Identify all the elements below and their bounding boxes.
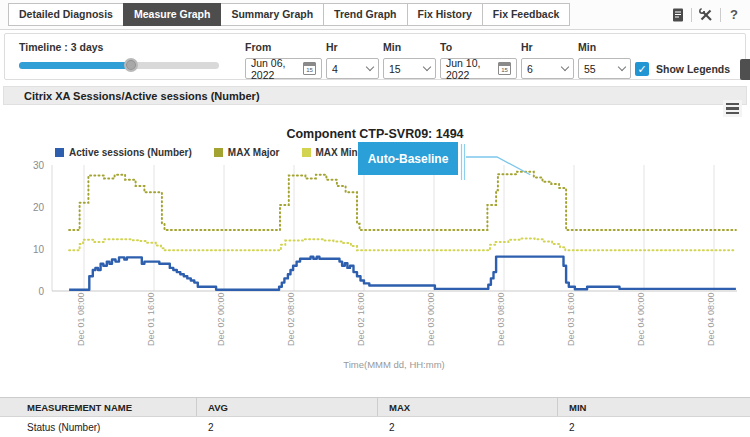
to-hr-label: Hr [521, 41, 574, 53]
section-title: Citrix XA Sessions/Active sessions (Numb… [4, 90, 260, 102]
chevron-down-icon [366, 63, 374, 71]
x-tick-label: Dec 02 16:00 [356, 292, 366, 346]
table-cell: 2 [197, 422, 378, 433]
x-tick-label: Dec 02 08:00 [286, 292, 296, 346]
from-date-value: Jun 06, 2022 [251, 57, 303, 81]
y-tick-label: 30 [33, 160, 45, 171]
chart-title: Component CTP-SVR09: 1494 [0, 127, 750, 141]
table-body: Status (Number)222 [0, 417, 750, 437]
icon-separator [720, 8, 721, 22]
timeline-label: Timeline : 3 days [19, 41, 219, 53]
chart-panel: Dec 01 08:00Dec 01 16:00Dec 02 00:00Dec … [0, 106, 750, 397]
header-icons: ? [672, 7, 750, 22]
from-date-field: From Jun 06, 2022 15 [245, 38, 322, 79]
slider-handle[interactable] [124, 58, 138, 72]
x-axis-title: Time(MMM dd, HH:mm) [343, 359, 445, 370]
graph-button[interactable]: Graph [740, 59, 750, 80]
tab-measure-graph[interactable]: Measure Graph [123, 3, 221, 26]
x-tick-label: Dec 03 08:00 [496, 292, 506, 346]
legend-max-major[interactable]: MAX Major [214, 147, 280, 158]
help-icon[interactable]: ? [728, 7, 740, 22]
show-legends-checkbox[interactable]: ✓ [635, 62, 649, 76]
tools-icon[interactable] [699, 8, 713, 22]
auto-baseline-tooltip[interactable]: Auto-Baseline [358, 142, 458, 175]
to-date-input[interactable]: Jun 10, 2022 15 [440, 58, 517, 79]
to-date-field: To Jun 10, 2022 15 [440, 38, 517, 79]
from-hr-field: Hr 4 [326, 38, 379, 79]
from-hr-select[interactable]: 4 [326, 58, 379, 79]
tab-trend-graph[interactable]: Trend Graph [323, 3, 407, 26]
y-tick-label: 10 [33, 244, 45, 255]
report-icon[interactable] [672, 8, 684, 22]
chart-legend: Active sessions (Number)MAX MajorMAX Min… [55, 147, 368, 158]
y-tick-label: 0 [38, 286, 44, 297]
to-label: To [440, 41, 517, 53]
measurement-table: MEASUREMENT NAMEAVGMAXMIN Status (Number… [0, 397, 750, 437]
from-hr-label: Hr [326, 41, 379, 53]
from-date-input[interactable]: Jun 06, 2022 15 [245, 58, 322, 79]
table-cell: 2 [378, 422, 558, 433]
x-tick-label: Dec 04 08:00 [706, 292, 716, 346]
series-max-minor-line [69, 239, 736, 251]
tab-bar: Detailed DiagnosisMeasure GraphSummary G… [0, 0, 750, 30]
table-header-cell-min: MIN [558, 398, 750, 416]
x-tick-label: Dec 03 00:00 [426, 292, 436, 346]
x-tick-label: Dec 03 16:00 [566, 292, 576, 346]
toolbar: Timeline : 3 days From Jun 06, 2022 15 H… [4, 33, 746, 80]
to-min-value: 55 [584, 63, 596, 75]
tab-fix-feedback[interactable]: Fix Feedback [482, 3, 571, 26]
tab-fix-history[interactable]: Fix History [407, 3, 483, 26]
from-min-label: Min [383, 41, 436, 53]
series-max-major-line [69, 172, 736, 230]
calendar-icon[interactable]: 15 [498, 62, 511, 75]
to-date-value: Jun 10, 2022 [446, 57, 498, 81]
x-tick-label: Dec 02 00:00 [216, 292, 226, 346]
legend-label: MAX Major [228, 147, 280, 158]
legend-label: Active sessions (Number) [69, 147, 192, 158]
slider-fill [19, 62, 131, 69]
tabs: Detailed DiagnosisMeasure GraphSummary G… [8, 3, 569, 26]
tab-detailed-diagnosis[interactable]: Detailed Diagnosis [8, 3, 124, 26]
calendar-icon[interactable]: 15 [303, 62, 316, 75]
to-hr-select[interactable]: 6 [521, 58, 574, 79]
table-cell: Status (Number) [0, 422, 197, 433]
to-min-label: Min [578, 41, 631, 53]
legend-swatch [55, 148, 64, 157]
show-legends-label: Show Legends [656, 63, 730, 75]
from-label: From [245, 41, 322, 53]
to-hr-field: Hr 6 [521, 38, 574, 79]
from-min-field: Min 15 [383, 38, 436, 79]
table-header-cell-measurement-name: MEASUREMENT NAME [0, 398, 197, 416]
to-min-field: Min 55 [578, 38, 631, 79]
table-header-row: MEASUREMENT NAMEAVGMAXMIN [0, 398, 750, 417]
from-min-value: 15 [389, 63, 401, 75]
table-header-cell-avg: AVG [197, 398, 378, 416]
from-hr-value: 4 [332, 63, 338, 75]
tab-summary-graph[interactable]: Summary Graph [220, 3, 324, 26]
x-tick-label: Dec 01 16:00 [146, 292, 156, 346]
section-header: Citrix XA Sessions/Active sessions (Numb… [3, 86, 747, 105]
table-cell: 2 [558, 422, 750, 433]
timeline-block: Timeline : 3 days [19, 38, 219, 69]
chart-menu-icon[interactable] [723, 100, 742, 117]
to-min-select[interactable]: 55 [578, 58, 631, 79]
to-hr-value: 6 [527, 63, 533, 75]
series-active-sessions-number-line [69, 257, 736, 290]
chevron-down-icon [561, 63, 569, 71]
x-tick-label: Dec 04 00:00 [636, 292, 646, 346]
chevron-down-icon [618, 63, 626, 71]
x-tick-label: Dec 01 08:00 [76, 292, 86, 346]
icon-separator [691, 8, 692, 22]
table-header-cell-max: MAX [378, 398, 558, 416]
y-tick-label: 20 [33, 202, 45, 213]
legend-swatch [214, 148, 223, 157]
timeline-slider[interactable] [19, 62, 219, 69]
from-min-select[interactable]: 15 [383, 58, 436, 79]
legend-active-sessions-number[interactable]: Active sessions (Number) [55, 147, 192, 158]
legend-swatch [302, 148, 311, 157]
table-row: Status (Number)222 [0, 417, 750, 437]
chevron-down-icon [423, 63, 431, 71]
toolbar-right-group: ✓ Show Legends Graph [635, 59, 750, 80]
